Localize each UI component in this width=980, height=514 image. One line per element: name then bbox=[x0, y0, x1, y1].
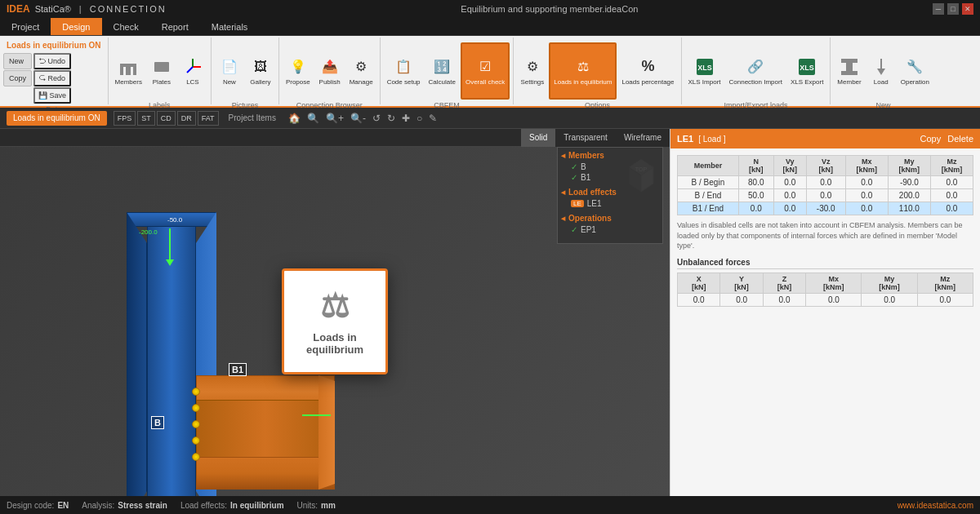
operation-button[interactable]: 🔧 Operation bbox=[898, 42, 933, 100]
status-website: www.ideastatica.com bbox=[898, 501, 973, 510]
load-table-row[interactable]: B / End50.00.00.00.0200.00.0 bbox=[678, 189, 973, 202]
home-icon-button[interactable]: 🏠 bbox=[286, 111, 303, 126]
cbfem-section: 📋 Code setup 🔢 Calculate ☑ Overall check… bbox=[381, 38, 514, 104]
load-cell-vz: 0.0 bbox=[806, 189, 845, 202]
title-bar-left: IDEA StatiCa® | CONNECTION bbox=[7, 3, 167, 15]
fps-button[interactable]: FPS bbox=[114, 111, 136, 126]
propose-button[interactable]: 💡 Propose bbox=[283, 42, 314, 100]
transparent-view-tab[interactable]: Transparent bbox=[555, 129, 616, 147]
save-button[interactable]: 💾 Save bbox=[33, 87, 71, 104]
load-cell-n: 0.0 bbox=[738, 202, 773, 215]
settings-button[interactable]: ⚙ Settings bbox=[517, 42, 547, 100]
loads-equilibrium-icon: ⚖ bbox=[573, 57, 593, 77]
members-section: ◂ Members ✓ B ✓ B1 bbox=[561, 151, 659, 183]
labels-buttons: Members Plates LCS bbox=[112, 39, 207, 100]
st-button[interactable]: ST bbox=[137, 111, 155, 126]
load-table-row[interactable]: B1 / End0.00.0-30.00.0110.00.0 bbox=[678, 202, 973, 215]
add-button[interactable]: ✚ bbox=[399, 111, 412, 126]
member-button[interactable]: Member bbox=[834, 42, 864, 100]
xls-export-button[interactable]: XLS XLS Export bbox=[787, 42, 826, 100]
zoom-out-button[interactable]: 🔍- bbox=[348, 111, 368, 126]
loads-table-body: B / Begin80.00.00.00.0-90.00.0B / End50.… bbox=[678, 176, 973, 215]
publish-button[interactable]: 📤 Publish bbox=[315, 42, 345, 100]
calculate-button[interactable]: 🔢 Calculate bbox=[425, 42, 459, 100]
manage-icon: ⚙ bbox=[351, 57, 371, 77]
dr-button[interactable]: DR bbox=[177, 111, 196, 126]
status-analysis: Analysis: Stress strain bbox=[82, 501, 167, 510]
pencil-button[interactable]: ✎ bbox=[426, 111, 439, 126]
manage-button[interactable]: ⚙ Manage bbox=[346, 42, 376, 100]
load-cell-vz: 0.0 bbox=[806, 176, 845, 189]
rotate-left-button[interactable]: ↺ bbox=[370, 111, 383, 126]
load-cell-member: B / Begin bbox=[678, 176, 739, 189]
force-arrow-top bbox=[169, 228, 171, 261]
new-picture-button[interactable]: 📄 New bbox=[215, 42, 244, 100]
member-b-item[interactable]: ✓ B bbox=[561, 162, 659, 172]
fat-button[interactable]: FAT bbox=[198, 111, 219, 126]
col-mx: Mx[kNm] bbox=[845, 156, 888, 176]
window-title: Equilibrium and supporting member.ideaCo… bbox=[167, 4, 933, 14]
loads-equilibrium-on-button[interactable]: Loads in equilibrium ON bbox=[7, 111, 107, 126]
close-button[interactable]: ✕ bbox=[962, 3, 973, 15]
unbalanced-row: 0.00.00.00.00.00.0 bbox=[678, 293, 973, 306]
overall-check-button[interactable]: ☑ Overall check bbox=[461, 42, 510, 100]
status-design-code: Design code: EN bbox=[7, 501, 69, 510]
member-b1-item[interactable]: ✓ B1 bbox=[561, 172, 659, 183]
options-section: ⚙ Settings ⚖ Loads in equilibrium % Load… bbox=[514, 38, 681, 104]
load-effects-section-header[interactable]: ◂ Load effects bbox=[561, 188, 659, 197]
menu-item-project[interactable]: Project bbox=[0, 18, 51, 35]
load-effects-section: ◂ Load effects LE LE1 bbox=[561, 188, 659, 209]
right-panel-title: LE1 bbox=[677, 134, 693, 144]
col-member: Member bbox=[678, 156, 739, 176]
menu-item-report[interactable]: Report bbox=[150, 18, 200, 35]
lcs-button[interactable]: LCS bbox=[178, 42, 207, 100]
maximize-button[interactable]: □ bbox=[947, 3, 959, 15]
new-button[interactable]: New bbox=[3, 53, 32, 69]
minimize-button[interactable]: ─ bbox=[933, 3, 944, 15]
force-label-top2: -200.0 bbox=[139, 228, 158, 236]
column-b-web bbox=[147, 212, 196, 496]
svg-rect-4 bbox=[154, 62, 169, 72]
undo-button[interactable]: ⮌ Undo bbox=[33, 53, 71, 69]
plates-button[interactable]: Plates bbox=[147, 42, 176, 100]
ep1-item[interactable]: ✓ EP1 bbox=[561, 224, 659, 235]
members-section-header[interactable]: ◂ Members bbox=[561, 151, 659, 160]
delete-load-button[interactable]: Delete bbox=[947, 134, 973, 144]
operations-section-header[interactable]: ◂ Operations bbox=[561, 214, 659, 223]
code-setup-icon: 📋 bbox=[394, 57, 413, 77]
menu-item-materials[interactable]: Materials bbox=[200, 18, 260, 35]
menu-item-design[interactable]: Design bbox=[51, 18, 101, 35]
options-buttons: ⚙ Settings ⚖ Loads in equilibrium % Load… bbox=[517, 39, 677, 100]
code-setup-button[interactable]: 📋 Code setup bbox=[384, 42, 424, 100]
circle-button[interactable]: ○ bbox=[414, 111, 425, 126]
members-button[interactable]: Members bbox=[112, 42, 145, 100]
zoom-extents-button[interactable]: 🔍 bbox=[305, 111, 322, 126]
loads-percentage-button[interactable]: % Loads percentage bbox=[618, 42, 677, 100]
wireframe-view-tab[interactable]: Wireframe bbox=[616, 129, 670, 147]
copy-load-button[interactable]: Copy bbox=[920, 134, 942, 144]
svg-rect-13 bbox=[841, 59, 858, 63]
redo-button[interactable]: ⮎ Redo bbox=[33, 70, 71, 86]
solid-view-tab[interactable]: Solid bbox=[521, 129, 555, 147]
zoom-in-button[interactable]: 🔍+ bbox=[323, 111, 346, 126]
le1-item[interactable]: LE LE1 bbox=[561, 198, 659, 209]
cd-button[interactable]: CD bbox=[157, 111, 176, 126]
project-items-label: Project Items bbox=[229, 113, 276, 122]
ubcol-mz: Mz[kNm] bbox=[917, 273, 973, 293]
overall-check-icon: ☑ bbox=[475, 57, 495, 77]
unbalanced-table-body: 0.00.00.00.00.00.0 bbox=[678, 293, 973, 306]
menu-item-check[interactable]: Check bbox=[102, 18, 150, 35]
gallery-button[interactable]: 🖼 Gallery bbox=[246, 42, 275, 100]
load-table-row[interactable]: B / Begin80.00.00.00.0-90.00.0 bbox=[678, 176, 973, 189]
svg-line-7 bbox=[187, 67, 193, 73]
xls-import-button[interactable]: XLS XLS Import bbox=[685, 42, 724, 100]
col-vy: Vy[kN] bbox=[773, 156, 806, 176]
beam-b1-web bbox=[196, 400, 335, 465]
connection-import-button[interactable]: 🔗 Connection Import bbox=[726, 42, 786, 100]
history-buttons: New Copy ⮌ Undo ⮎ Redo 💾 Save bbox=[3, 53, 105, 104]
unbalanced-cell-3: 0.0 bbox=[806, 293, 862, 306]
rotate-right-button[interactable]: ↻ bbox=[385, 111, 398, 126]
load-button[interactable]: Load bbox=[866, 42, 896, 100]
loads-equilibrium-button[interactable]: ⚖ Loads in equilibrium bbox=[549, 42, 617, 100]
copy-button[interactable]: Copy bbox=[3, 70, 32, 86]
